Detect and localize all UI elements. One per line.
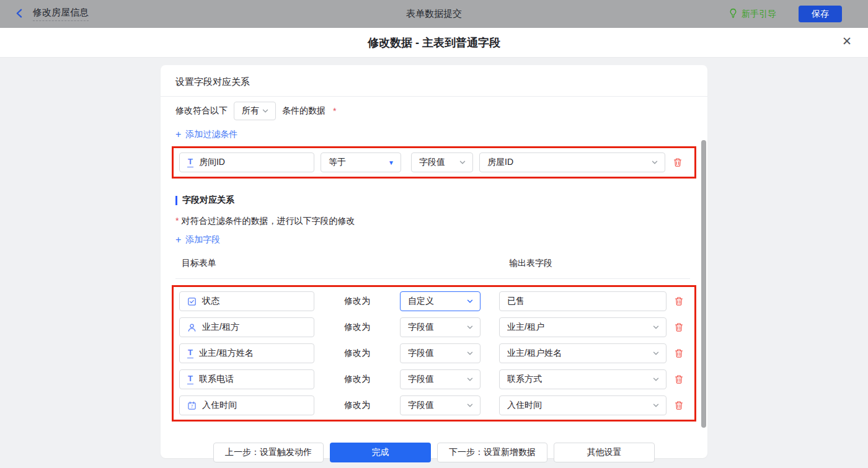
mapping-description: *对符合过滤条件的数据，进行以下字段的修改 — [175, 216, 693, 227]
caret-down-icon: ▼ — [388, 159, 394, 166]
condition-row: 修改符合以下 所有 条件的数据 * — [175, 102, 693, 120]
output-field-column-header: 输出表字段 — [509, 258, 552, 269]
field-mapping-row: T 联系电话 修改为 字段值 联系方式 — [179, 369, 689, 389]
filter-row: T 房间ID 等于 ▼ 字段值 房屋ID — [179, 152, 689, 172]
section-accent-bar — [175, 196, 177, 205]
text-field-icon: T — [187, 374, 193, 384]
chevron-down-icon — [466, 324, 474, 331]
output-field-select[interactable]: 联系方式 — [499, 369, 666, 389]
chevron-down-icon — [466, 402, 474, 409]
delete-filter-icon[interactable] — [673, 157, 683, 167]
plus-icon: + — [175, 130, 181, 139]
target-field-value: 入住时间 — [202, 400, 237, 411]
back-chevron-icon — [14, 7, 25, 21]
value-type-select[interactable]: 字段值 — [400, 317, 480, 337]
target-field-value: 业主/租方 — [202, 322, 239, 333]
guide-label: 新手引导 — [742, 9, 776, 20]
target-form-column-header: 目标表单 — [182, 258, 216, 269]
value-type-select[interactable]: 自定义 — [400, 291, 480, 311]
select-field-icon — [187, 297, 197, 306]
value-type-select[interactable]: 字段值 — [400, 343, 480, 363]
field-mapping-row: 7 入住时间 修改为 字段值 入住时间 — [179, 395, 689, 415]
chevron-down-icon — [459, 159, 466, 166]
delete-row-icon[interactable] — [674, 322, 684, 332]
member-field-icon — [187, 323, 197, 332]
filter-value-type-select[interactable]: 字段值 — [411, 152, 473, 172]
custom-value-input[interactable]: 已售 — [499, 291, 666, 311]
delete-row-icon[interactable] — [674, 400, 684, 410]
field-mapping-row: 业主/租方 修改为 字段值 业主/租户 — [179, 317, 689, 337]
chevron-down-icon — [466, 350, 474, 357]
target-field-value: 联系电话 — [199, 374, 234, 385]
other-settings-button[interactable]: 其他设置 — [554, 443, 655, 462]
filter-value-select[interactable]: 房屋ID — [479, 152, 665, 172]
value-type-select[interactable]: 字段值 — [400, 369, 480, 389]
output-field-select[interactable]: 业主/租户姓名 — [499, 343, 666, 363]
filter-field-input[interactable]: T 房间ID — [179, 152, 314, 172]
mapping-section-header: 字段对应关系 — [175, 195, 693, 206]
modal-body: 设置字段对应关系 修改符合以下 所有 条件的数据 * + 添加过滤条件 — [0, 58, 868, 468]
add-field-link[interactable]: + 添加字段 — [175, 234, 220, 245]
workflow-title[interactable]: 修改房屋信息 — [33, 7, 89, 21]
filter-operator-select[interactable]: 等于 ▼ — [321, 152, 401, 172]
text-field-icon: T — [187, 157, 193, 167]
chevron-down-icon — [652, 350, 660, 357]
chevron-down-icon — [651, 159, 658, 166]
chevron-down-icon — [262, 107, 269, 115]
modify-label: 修改为 — [314, 374, 400, 385]
divider — [175, 278, 690, 279]
footer-actions: 上一步：设置触发动作 完成 下一步：设置新增数据 其他设置 — [175, 443, 693, 462]
add-filter-link[interactable]: + 添加过滤条件 — [175, 129, 237, 140]
condition-prefix: 修改符合以下 — [175, 105, 228, 117]
plus-icon: + — [175, 235, 181, 245]
chevron-down-icon — [652, 402, 660, 409]
prev-step-button[interactable]: 上一步：设置触发动作 — [213, 443, 324, 462]
field-mapping-row: 状态 修改为 自定义 已售 — [179, 291, 689, 311]
delete-row-icon[interactable] — [674, 374, 684, 384]
value-type-select[interactable]: 字段值 — [400, 395, 480, 415]
next-step-button[interactable]: 下一步：设置新增数据 — [437, 443, 547, 462]
condition-suffix: 条件的数据 — [282, 105, 326, 117]
filter-annotation-box: T 房间ID 等于 ▼ 字段值 房屋ID — [172, 146, 696, 179]
done-button[interactable]: 完成 — [330, 443, 431, 462]
required-mark: * — [175, 216, 179, 226]
chevron-down-icon — [466, 298, 474, 305]
target-field-input[interactable]: 状态 — [179, 291, 314, 311]
mapping-section-title: 字段对应关系 — [182, 195, 234, 206]
target-field-input[interactable]: 业主/租方 — [179, 317, 314, 337]
chevron-down-icon — [652, 324, 660, 331]
card-title: 设置字段对应关系 — [161, 65, 707, 97]
modify-label: 修改为 — [314, 296, 400, 307]
settings-card: 设置字段对应关系 修改符合以下 所有 条件的数据 * + 添加过滤条件 — [161, 65, 707, 458]
target-field-input[interactable]: 7 入住时间 — [179, 395, 314, 415]
text-field-icon: T — [187, 348, 193, 358]
target-field-input[interactable]: T 业主/租方姓名 — [179, 343, 314, 363]
date-field-icon: 7 — [187, 401, 197, 410]
delete-row-icon[interactable] — [674, 348, 684, 358]
field-mapping-row: T 业主/租方姓名 修改为 字段值 业主/租户姓名 — [179, 343, 689, 363]
close-icon[interactable]: ✕ — [842, 35, 852, 47]
delete-row-icon[interactable] — [674, 296, 684, 306]
mapping-annotation-box: 状态 修改为 自定义 已售 — [172, 285, 696, 422]
modal-header: 修改数据 - 主表到普通字段 ✕ — [0, 28, 868, 58]
beginner-guide-link[interactable]: 新手引导 — [728, 8, 776, 20]
target-field-value: 业主/租方姓名 — [199, 348, 254, 359]
modal-title: 修改数据 - 主表到普通字段 — [368, 35, 500, 50]
output-field-select[interactable]: 业主/租户 — [499, 317, 666, 337]
modify-label: 修改为 — [314, 348, 400, 359]
output-field-select[interactable]: 入住时间 — [499, 395, 666, 415]
back-button[interactable] — [14, 7, 25, 21]
required-mark: * — [333, 106, 336, 116]
chevron-down-icon — [652, 376, 660, 383]
topbar: 修改房屋信息 表单数据提交 新手引导 保存 — [0, 0, 868, 28]
target-field-value: 状态 — [202, 296, 219, 307]
vertical-scrollbar[interactable] — [701, 140, 706, 428]
modify-label: 修改为 — [314, 400, 400, 411]
target-field-input[interactable]: T 联系电话 — [179, 369, 314, 389]
condition-mode-select[interactable]: 所有 — [234, 102, 276, 120]
chevron-down-icon — [466, 376, 474, 383]
svg-text:7: 7 — [191, 404, 193, 408]
save-button[interactable]: 保存 — [799, 6, 842, 22]
mapping-column-headers: 目标表单 输出表字段 — [175, 258, 693, 269]
filter-field-value: 房间ID — [199, 157, 225, 168]
